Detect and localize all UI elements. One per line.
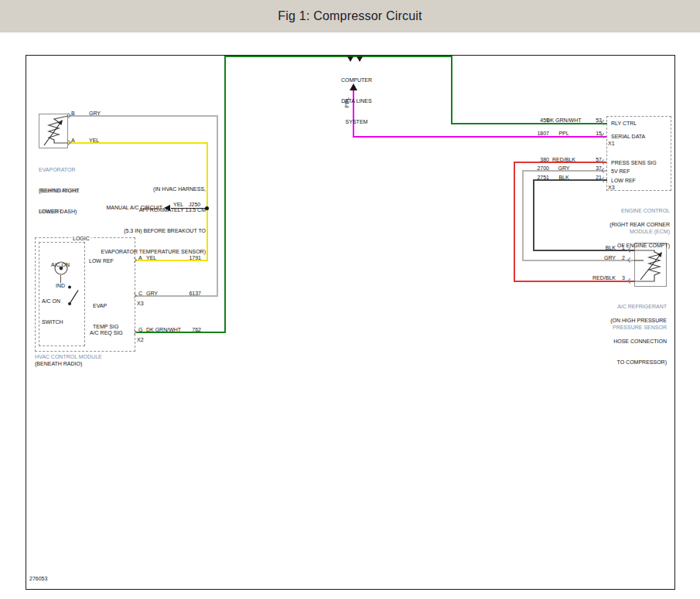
signal-label: 5V REF	[611, 168, 630, 175]
wire-gry2-drop	[522, 170, 524, 261]
signal-label: LOW REF	[611, 177, 636, 184]
wire-color-label: BLK	[588, 244, 616, 251]
wire-color-label: GRY	[545, 165, 583, 172]
pressure-sensor-location: (ON HIGH PRESSURE HOSE CONNECTION TO COM…	[551, 303, 667, 379]
signal-label: RLY CTRL	[611, 120, 637, 127]
label-line: EVAP	[93, 302, 118, 309]
figure-code: 276053	[29, 575, 47, 582]
wire-color-label: DK GRN/WHT	[545, 117, 583, 124]
wire-color-label: BLK	[545, 174, 583, 181]
manual-ac-circuit-label: MANUAL A/C CIRCUIT	[93, 204, 162, 211]
pin-number: 37	[585, 165, 602, 172]
circuit-number: 459	[510, 117, 549, 124]
circuit-number: 6137	[169, 290, 201, 297]
pin-number: 15	[585, 130, 602, 137]
hvac-module-name: HVAC CONTROL MODULE	[35, 353, 102, 360]
off-page-connector-down-icon	[347, 56, 353, 62]
wire-color-label: YEL	[146, 254, 156, 261]
wire-color-label: YEL	[173, 201, 183, 208]
connector-label: X3	[137, 300, 144, 307]
pin-number: 1	[622, 244, 625, 251]
figure-title: Fig 1: Compressor Circuit	[278, 9, 422, 23]
hvac-module-location: (BENEATH RADIO)	[35, 360, 82, 367]
signal-label: PRESS SENS SIG	[611, 159, 657, 166]
pin-number: 21	[585, 174, 602, 181]
wire-dk-grn-wht-left-drop	[224, 56, 226, 333]
connector-label: X2	[137, 336, 144, 343]
signal-label: SERIAL DATA	[611, 133, 645, 140]
wire-dk-grn-wht-right-drop	[451, 56, 452, 124]
wire-red-blk-sensor-stub	[514, 281, 634, 282]
wire-color-label: GRY	[89, 110, 101, 117]
circuit-number: 1807	[510, 130, 549, 137]
wire-color-label: RED/BLK	[582, 274, 616, 281]
circuit-number: 2751	[510, 174, 549, 181]
wire-color-label: YEL	[89, 137, 99, 144]
off-page-connector-down-icon	[357, 56, 363, 62]
signal-label: A/C REQ SIG	[90, 329, 123, 336]
wire-yel-drop	[207, 142, 208, 261]
pin-number: 2	[622, 254, 625, 261]
circuit-number: 2700	[510, 165, 549, 172]
label-line: COMPUTER	[326, 77, 388, 83]
pin-number: 57	[585, 156, 602, 163]
wire-dk-grn-wht-top-run	[224, 56, 452, 57]
pin-letter: G	[138, 326, 142, 333]
label-line: (IN HVAC HARNESS,	[62, 185, 206, 192]
circuit-number: 380	[510, 156, 549, 163]
label-line: SWITCH	[42, 318, 63, 325]
ppl-wire-label: PPL	[343, 92, 350, 114]
computer-data-lines-label: COMPUTER DATA LINES SYSTEM	[326, 63, 388, 139]
label-line: A/C ON	[42, 298, 63, 305]
label-line: A/C ON	[40, 261, 80, 268]
pin-letter: C	[138, 290, 142, 297]
wire-color-label: GRY	[588, 254, 616, 261]
pin-number: 3	[622, 274, 625, 281]
figure-page: Fig 1: Compressor Circuit	[0, 0, 700, 599]
connector-label: X1	[608, 140, 615, 147]
splice-id-label: J250	[189, 201, 200, 208]
pin-letter: A	[71, 137, 75, 144]
label-line: (ON HIGH PRESSURE	[551, 317, 667, 324]
label-line: SYSTEM	[326, 118, 388, 125]
label-line: (RIGHT REAR CORNER	[554, 221, 670, 228]
signal-label: LOW REF	[89, 257, 114, 264]
pin-letter: B	[71, 110, 75, 117]
wire-color-label: RED/BLK	[545, 156, 583, 163]
label-line: (5.3 IN) BEFORE BREAKOUT TO	[62, 227, 206, 234]
wire-gry-drop	[217, 115, 218, 297]
connector-label: X3	[608, 184, 615, 191]
thermistor-symbol-icon	[39, 114, 68, 148]
label-line: DATA LINES	[326, 97, 388, 104]
wire-blk-drop	[533, 179, 534, 251]
logic-label: LOGIC	[71, 235, 91, 242]
wire-color-label: GRY	[146, 290, 158, 297]
wire-color-label: PPL	[545, 130, 583, 137]
circuit-number: 762	[169, 326, 201, 333]
ac-on-switch-label: A/C ON SWITCH	[42, 284, 63, 339]
pin-number: 53	[585, 117, 602, 124]
figure-titlebar: Fig 1: Compressor Circuit	[0, 0, 700, 32]
circuit-number: 1791	[169, 254, 201, 261]
pin-letter: A	[138, 254, 142, 261]
label-line: TO COMPRESSOR)	[551, 359, 667, 366]
label-line: HOSE CONNECTION	[551, 338, 667, 345]
